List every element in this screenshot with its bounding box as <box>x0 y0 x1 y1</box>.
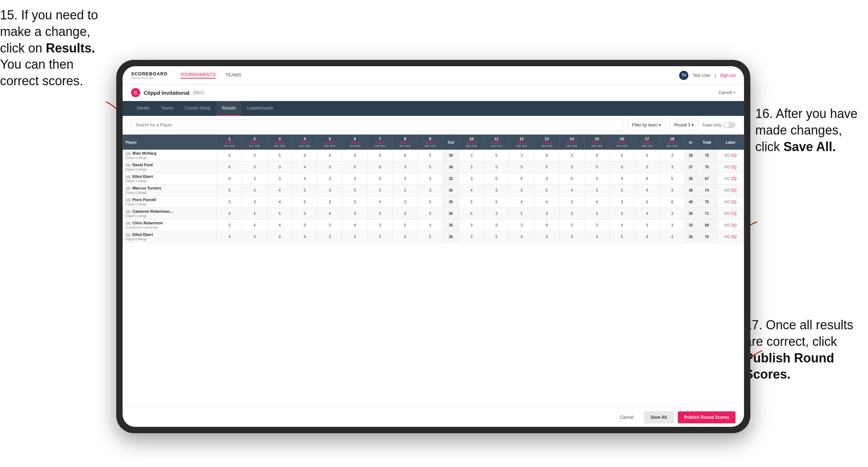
score-h10[interactable]: 5 <box>459 196 484 208</box>
score-h8[interactable]: 6 <box>392 150 417 161</box>
score-h5[interactable]: 3 <box>317 161 342 173</box>
player-cell[interactable]: (A)Marcus TurnersClippd College <box>123 185 217 196</box>
score-h1[interactable]: 4 <box>217 231 242 243</box>
score-h12[interactable]: 3 <box>509 150 534 161</box>
score-h13[interactable]: 4 <box>534 196 559 208</box>
score-h10[interactable]: 3 <box>459 161 484 173</box>
score-h2[interactable]: 4 <box>242 208 267 219</box>
player-cell[interactable]: (A)Piers ParnellClippd College <box>123 196 217 208</box>
label-wd[interactable]: WD <box>724 223 730 227</box>
score-h4[interactable]: 4 <box>292 231 317 243</box>
label-wd[interactable]: WD <box>724 200 730 204</box>
score-h2[interactable]: 3 <box>242 185 267 196</box>
score-h15[interactable]: 3 <box>584 231 609 243</box>
score-h14[interactable]: 3 <box>559 196 584 208</box>
score-h5[interactable]: 3 <box>317 219 342 231</box>
score-label[interactable]: WD DQ <box>717 196 744 208</box>
score-h18[interactable]: 3 <box>659 161 684 173</box>
score-h7[interactable]: 5 <box>367 150 392 161</box>
score-h3[interactable]: 4 <box>267 219 292 231</box>
player-cell[interactable]: (A)Elliot EbertClippd College <box>123 231 217 243</box>
score-h17[interactable]: 3 <box>634 161 659 173</box>
score-h15[interactable]: 5 <box>584 161 609 173</box>
score-h4[interactable]: 5 <box>292 185 317 196</box>
score-h7[interactable]: 5 <box>367 185 392 196</box>
score-h4[interactable]: 5 <box>292 150 317 161</box>
toggle-switch[interactable] <box>724 122 736 128</box>
score-h3[interactable]: 4 <box>267 185 292 196</box>
score-h6[interactable]: 3 <box>342 208 367 219</box>
player-cell[interactable]: (A)Blair McHargClippd College <box>123 150 217 161</box>
score-h3[interactable]: 5 <box>267 208 292 219</box>
score-h9[interactable]: 5 <box>418 161 443 173</box>
score-h18[interactable]: 3 <box>659 185 684 196</box>
score-label[interactable]: WD DQ <box>717 208 744 219</box>
score-h9[interactable]: 5 <box>418 150 443 161</box>
score-h2[interactable]: 3 <box>242 231 267 243</box>
score-h7[interactable]: 3 <box>367 219 392 231</box>
label-wd[interactable]: WD <box>724 154 730 157</box>
score-h13[interactable]: 5 <box>534 161 559 173</box>
score-h10[interactable]: 3 <box>459 231 484 243</box>
label-wd[interactable]: WD <box>724 188 730 192</box>
score-h5[interactable]: 3 <box>317 173 342 185</box>
filter-by-team-button[interactable]: Filter by team ▾ <box>627 119 665 131</box>
score-h13[interactable]: 5 <box>534 185 559 196</box>
score-h5[interactable]: 4 <box>317 208 342 219</box>
score-h7[interactable]: 5 <box>367 208 392 219</box>
nav-tournaments[interactable]: TOURNAMENTS <box>180 72 216 79</box>
score-h16[interactable]: 5 <box>609 231 634 243</box>
score-h16[interactable]: 6 <box>609 150 634 161</box>
player-cell[interactable]: (A)Cameron Robertson...Clippd College <box>123 208 217 219</box>
score-h7[interactable]: 5 <box>367 173 392 185</box>
score-h1[interactable]: 5 <box>217 185 242 196</box>
score-h1[interactable]: 3 <box>217 150 242 161</box>
score-h11[interactable]: 5 <box>484 231 509 243</box>
score-h8[interactable]: 4 <box>392 231 417 243</box>
label-dq[interactable]: DQ <box>731 212 737 216</box>
save-all-button[interactable]: Save All <box>644 411 674 423</box>
score-h1[interactable]: 3 <box>217 219 242 231</box>
score-h6[interactable]: 5 <box>342 196 367 208</box>
score-h14[interactable]: 3 <box>559 208 584 219</box>
score-h2[interactable]: 3 <box>242 173 267 185</box>
label-wd[interactable]: WD <box>724 165 730 169</box>
score-h7[interactable]: 5 <box>367 231 392 243</box>
score-h9[interactable]: 3 <box>418 173 443 185</box>
tab-course-setup[interactable]: Course Setup <box>179 101 216 116</box>
score-label[interactable]: WD DQ <box>717 231 744 243</box>
label-dq[interactable]: DQ <box>731 177 737 181</box>
score-h6[interactable]: 3 <box>342 150 367 161</box>
nav-teams[interactable]: TEAMS <box>225 72 241 78</box>
label-dq[interactable]: DQ <box>731 235 737 239</box>
label-wd[interactable]: WD <box>724 177 730 181</box>
score-h18[interactable]: 3 <box>659 150 684 161</box>
score-h2[interactable]: 3 <box>242 150 267 161</box>
score-h16[interactable]: 4 <box>609 219 634 231</box>
score-h13[interactable]: 3 <box>534 231 559 243</box>
score-h17[interactable]: 5 <box>634 150 659 161</box>
score-h15[interactable]: 3 <box>584 208 609 219</box>
score-h1[interactable]: 5 <box>217 173 242 185</box>
score-h8[interactable]: 3 <box>392 196 417 208</box>
score-h14[interactable]: 3 <box>559 161 584 173</box>
score-h14[interactable]: 5 <box>559 219 584 231</box>
score-h10[interactable]: 3 <box>459 219 484 231</box>
score-h7[interactable]: 4 <box>367 196 392 208</box>
score-h12[interactable]: 5 <box>509 173 534 185</box>
score-h9[interactable]: 3 <box>418 185 443 196</box>
score-h12[interactable]: 5 <box>509 185 534 196</box>
score-h9[interactable]: 5 <box>418 196 443 208</box>
tab-teams[interactable]: Teams <box>155 101 179 116</box>
label-dq[interactable]: DQ <box>731 188 737 192</box>
score-h11[interactable]: 5 <box>484 196 509 208</box>
score-h4[interactable]: 5 <box>292 196 317 208</box>
score-h13[interactable]: 6 <box>534 150 559 161</box>
score-h10[interactable]: 4 <box>459 185 484 196</box>
score-h18[interactable]: 3 <box>659 219 684 231</box>
score-h12[interactable]: 5 <box>509 161 534 173</box>
score-h17[interactable]: 4 <box>634 208 659 219</box>
score-h11[interactable]: 3 <box>484 208 509 219</box>
score-h14[interactable]: 4 <box>559 231 584 243</box>
totals-only-toggle[interactable]: Totals Only <box>702 122 736 128</box>
